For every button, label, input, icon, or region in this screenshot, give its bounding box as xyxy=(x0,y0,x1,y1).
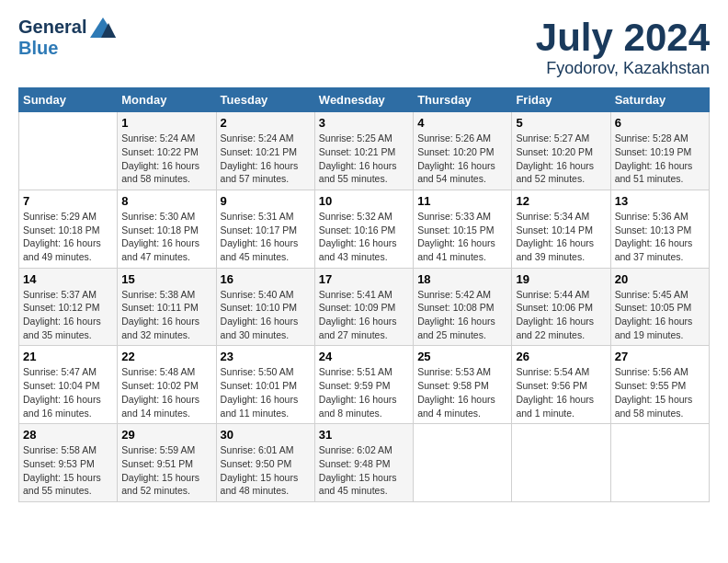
day-number: 29 xyxy=(121,428,211,442)
day-info: Sunrise: 5:36 AM Sunset: 10:13 PM Daylig… xyxy=(615,210,705,264)
logo-general-text: General xyxy=(18,17,86,38)
day-info: Sunrise: 5:47 AM Sunset: 10:04 PM Daylig… xyxy=(23,365,113,419)
day-info: Sunrise: 5:56 AM Sunset: 9:55 PM Dayligh… xyxy=(615,365,705,419)
day-info: Sunrise: 5:28 AM Sunset: 10:19 PM Daylig… xyxy=(615,132,705,186)
day-info: Sunrise: 5:24 AM Sunset: 10:22 PM Daylig… xyxy=(121,132,211,186)
day-info: Sunrise: 5:32 AM Sunset: 10:16 PM Daylig… xyxy=(319,210,409,264)
logo: General Blue xyxy=(18,17,116,59)
day-number: 7 xyxy=(23,194,113,208)
day-number: 12 xyxy=(516,194,606,208)
day-info: Sunrise: 5:31 AM Sunset: 10:17 PM Daylig… xyxy=(221,210,311,264)
day-cell: 3Sunrise: 5:25 AM Sunset: 10:21 PM Dayli… xyxy=(314,112,413,190)
day-number: 28 xyxy=(23,428,113,442)
day-info: Sunrise: 5:41 AM Sunset: 10:09 PM Daylig… xyxy=(319,288,409,342)
day-cell: 23Sunrise: 5:50 AM Sunset: 10:01 PM Dayl… xyxy=(216,346,314,424)
day-number: 9 xyxy=(221,194,311,208)
logo-blue-text: Blue xyxy=(18,38,58,59)
day-cell: 2Sunrise: 5:24 AM Sunset: 10:21 PM Dayli… xyxy=(216,112,314,190)
day-info: Sunrise: 5:48 AM Sunset: 10:02 PM Daylig… xyxy=(121,365,211,419)
day-number: 5 xyxy=(516,116,606,130)
day-info: Sunrise: 5:45 AM Sunset: 10:05 PM Daylig… xyxy=(615,288,705,342)
day-number: 22 xyxy=(121,350,211,363)
page: General Blue July 2024 Fyodorov, Kazakhs… xyxy=(0,0,728,511)
day-info: Sunrise: 5:59 AM Sunset: 9:51 PM Dayligh… xyxy=(121,443,211,498)
day-cell: 30Sunrise: 6:01 AM Sunset: 9:50 PM Dayli… xyxy=(216,424,314,502)
day-cell: 19Sunrise: 5:44 AM Sunset: 10:06 PM Dayl… xyxy=(512,268,610,346)
day-number: 6 xyxy=(615,116,705,130)
day-info: Sunrise: 5:51 AM Sunset: 9:59 PM Dayligh… xyxy=(319,365,409,419)
day-cell: 15Sunrise: 5:38 AM Sunset: 10:11 PM Dayl… xyxy=(118,268,216,346)
month-year-title: July 2024 xyxy=(536,17,710,59)
day-cell: 14Sunrise: 5:37 AM Sunset: 10:12 PM Dayl… xyxy=(19,268,118,346)
day-cell: 24Sunrise: 5:51 AM Sunset: 9:59 PM Dayli… xyxy=(314,346,413,424)
col-friday: Friday xyxy=(512,88,610,112)
day-number: 2 xyxy=(221,116,311,130)
day-cell: 13Sunrise: 5:36 AM Sunset: 10:13 PM Dayl… xyxy=(610,190,709,268)
day-number: 14 xyxy=(23,272,113,286)
day-number: 31 xyxy=(319,428,409,442)
day-info: Sunrise: 5:34 AM Sunset: 10:14 PM Daylig… xyxy=(516,210,606,264)
day-cell xyxy=(414,424,512,502)
col-monday: Monday xyxy=(118,88,216,112)
header-row: Sunday Monday Tuesday Wednesday Thursday… xyxy=(19,88,710,112)
day-number: 3 xyxy=(319,116,409,130)
day-cell: 26Sunrise: 5:54 AM Sunset: 9:56 PM Dayli… xyxy=(512,346,610,424)
day-info: Sunrise: 6:01 AM Sunset: 9:50 PM Dayligh… xyxy=(221,443,311,498)
day-cell xyxy=(610,424,709,502)
col-thursday: Thursday xyxy=(414,88,512,112)
day-cell: 21Sunrise: 5:47 AM Sunset: 10:04 PM Dayl… xyxy=(19,346,118,424)
day-cell: 25Sunrise: 5:53 AM Sunset: 9:58 PM Dayli… xyxy=(414,346,512,424)
day-cell: 20Sunrise: 5:45 AM Sunset: 10:05 PM Dayl… xyxy=(610,268,709,346)
header: General Blue July 2024 Fyodorov, Kazakhs… xyxy=(18,17,710,78)
day-info: Sunrise: 5:37 AM Sunset: 10:12 PM Daylig… xyxy=(23,288,113,342)
day-info: Sunrise: 5:38 AM Sunset: 10:11 PM Daylig… xyxy=(121,288,211,342)
col-sunday: Sunday xyxy=(19,88,118,112)
day-cell: 1Sunrise: 5:24 AM Sunset: 10:22 PM Dayli… xyxy=(118,112,216,190)
day-cell: 11Sunrise: 5:33 AM Sunset: 10:15 PM Dayl… xyxy=(414,190,512,268)
day-cell: 10Sunrise: 5:32 AM Sunset: 10:16 PM Dayl… xyxy=(314,190,413,268)
col-saturday: Saturday xyxy=(610,88,709,112)
day-info: Sunrise: 5:29 AM Sunset: 10:18 PM Daylig… xyxy=(23,210,113,264)
day-info: Sunrise: 5:54 AM Sunset: 9:56 PM Dayligh… xyxy=(516,365,606,419)
day-cell: 8Sunrise: 5:30 AM Sunset: 10:18 PM Dayli… xyxy=(118,190,216,268)
day-cell xyxy=(512,424,610,502)
day-number: 26 xyxy=(516,350,606,363)
day-number: 20 xyxy=(615,272,705,286)
day-info: Sunrise: 5:50 AM Sunset: 10:01 PM Daylig… xyxy=(221,365,311,419)
day-number: 25 xyxy=(417,350,507,363)
week-row-1: 1Sunrise: 5:24 AM Sunset: 10:22 PM Dayli… xyxy=(19,112,710,190)
day-cell: 29Sunrise: 5:59 AM Sunset: 9:51 PM Dayli… xyxy=(118,424,216,502)
day-number: 24 xyxy=(319,350,409,363)
day-info: Sunrise: 5:53 AM Sunset: 9:58 PM Dayligh… xyxy=(417,365,507,419)
day-cell: 31Sunrise: 6:02 AM Sunset: 9:48 PM Dayli… xyxy=(314,424,413,502)
day-info: Sunrise: 5:24 AM Sunset: 10:21 PM Daylig… xyxy=(221,132,311,186)
day-number: 17 xyxy=(319,272,409,286)
logo-icon xyxy=(90,17,116,38)
day-number: 10 xyxy=(319,194,409,208)
week-row-3: 14Sunrise: 5:37 AM Sunset: 10:12 PM Dayl… xyxy=(19,268,710,346)
col-wednesday: Wednesday xyxy=(314,88,413,112)
day-cell: 27Sunrise: 5:56 AM Sunset: 9:55 PM Dayli… xyxy=(610,346,709,424)
day-number: 21 xyxy=(23,350,113,363)
day-cell: 28Sunrise: 5:58 AM Sunset: 9:53 PM Dayli… xyxy=(19,424,118,502)
day-cell: 22Sunrise: 5:48 AM Sunset: 10:02 PM Dayl… xyxy=(118,346,216,424)
day-cell: 4Sunrise: 5:26 AM Sunset: 10:20 PM Dayli… xyxy=(414,112,512,190)
week-row-5: 28Sunrise: 5:58 AM Sunset: 9:53 PM Dayli… xyxy=(19,424,710,502)
day-info: Sunrise: 5:30 AM Sunset: 10:18 PM Daylig… xyxy=(121,210,211,264)
day-cell: 6Sunrise: 5:28 AM Sunset: 10:19 PM Dayli… xyxy=(610,112,709,190)
day-number: 19 xyxy=(516,272,606,286)
day-number: 15 xyxy=(121,272,211,286)
day-info: Sunrise: 5:33 AM Sunset: 10:15 PM Daylig… xyxy=(417,210,507,264)
day-cell: 12Sunrise: 5:34 AM Sunset: 10:14 PM Dayl… xyxy=(512,190,610,268)
day-number: 27 xyxy=(615,350,705,363)
day-number: 16 xyxy=(221,272,311,286)
col-tuesday: Tuesday xyxy=(216,88,314,112)
day-number: 1 xyxy=(121,116,211,130)
day-cell: 7Sunrise: 5:29 AM Sunset: 10:18 PM Dayli… xyxy=(19,190,118,268)
day-number: 8 xyxy=(121,194,211,208)
day-info: Sunrise: 5:27 AM Sunset: 10:20 PM Daylig… xyxy=(516,132,606,186)
day-cell: 16Sunrise: 5:40 AM Sunset: 10:10 PM Dayl… xyxy=(216,268,314,346)
day-number: 4 xyxy=(417,116,507,130)
day-number: 11 xyxy=(417,194,507,208)
day-number: 13 xyxy=(615,194,705,208)
